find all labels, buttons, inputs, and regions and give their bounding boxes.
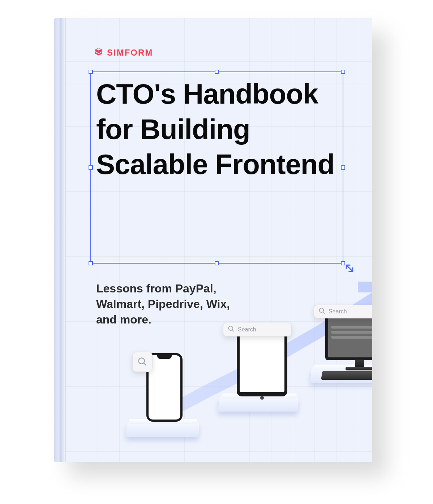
- monitor-stand: [355, 360, 364, 368]
- svg-line-1: [144, 363, 146, 366]
- brand-logo-icon: [94, 47, 103, 58]
- svg-line-3: [232, 330, 234, 332]
- headline-text: CTO's Handbook for Building Scalable Fro…: [96, 77, 335, 182]
- selection-handle-top-left[interactable]: [89, 70, 93, 74]
- book-spine: [54, 18, 65, 462]
- resize-diagonal-icon[interactable]: [344, 263, 355, 275]
- search-bar: Search: [223, 323, 292, 336]
- search-icon: [132, 352, 153, 372]
- selection-handle-bottom-mid[interactable]: [215, 261, 219, 265]
- monitor-icon: [325, 313, 372, 360]
- search-icon: [318, 307, 326, 316]
- svg-point-2: [229, 326, 233, 331]
- search-placeholder: Search: [329, 308, 347, 315]
- selection-handle-mid-left[interactable]: [89, 165, 93, 170]
- selection-handle-bottom-left[interactable]: [89, 261, 93, 265]
- book-cover: SIMFORM CTO's Handbook for Building Scal…: [54, 18, 372, 462]
- selection-handle-top-right[interactable]: [341, 70, 345, 74]
- selection-handle-top-mid[interactable]: [215, 70, 219, 74]
- keyboard-icon: [321, 371, 372, 380]
- selection-handle-mid-right[interactable]: [341, 165, 345, 170]
- search-icon: [228, 325, 235, 334]
- device-illustration-row: Search Search: [127, 307, 347, 437]
- brand-name: SIMFORM: [107, 48, 153, 58]
- monitor-base: [346, 367, 372, 370]
- pedestal: [218, 397, 299, 412]
- pedestal: [126, 422, 200, 437]
- search-placeholder: Search: [238, 326, 256, 333]
- content-area: SIMFORM CTO's Handbook for Building Scal…: [94, 47, 351, 448]
- tablet-icon: [237, 328, 287, 396]
- svg-point-4: [320, 308, 324, 313]
- brand-logo: SIMFORM: [94, 47, 351, 58]
- svg-point-0: [139, 358, 145, 364]
- svg-line-5: [323, 312, 325, 314]
- search-bar: Search: [314, 305, 372, 318]
